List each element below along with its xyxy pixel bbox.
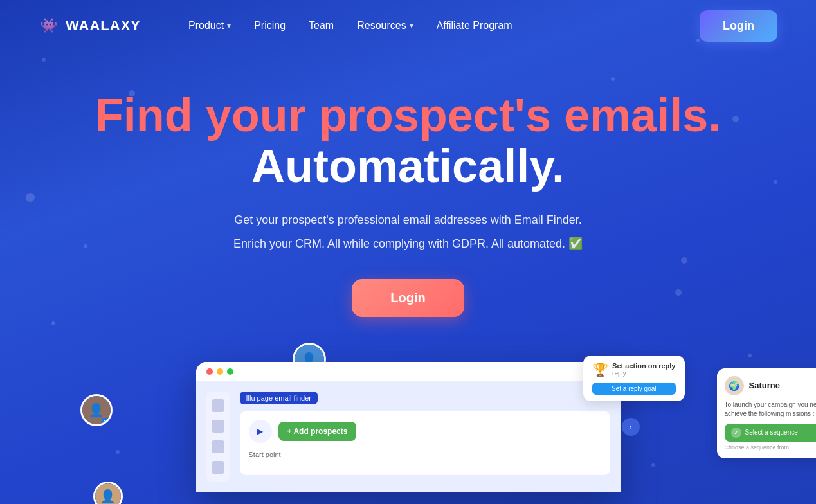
nav-team-label: Team	[309, 20, 334, 32]
logo-icon: 👾	[39, 15, 59, 36]
action-card-header: 🏆 Set action on reply reply	[592, 362, 675, 377]
nav-affiliate[interactable]: Affiliate Program	[428, 15, 521, 37]
action-card-subtext: reply	[612, 370, 675, 377]
app-illustration: 👤 👤 👤 🧔	[119, 362, 698, 492]
nav-pricing-label: Pricing	[254, 20, 286, 32]
action-card-title: Set action on reply	[612, 362, 675, 370]
bg-dot	[748, 354, 752, 357]
panel-text: To launch your campaign you need to achi…	[725, 401, 817, 419]
nav-team[interactable]: Team	[300, 15, 343, 37]
svg-rect-1	[104, 420, 111, 425]
window-close-dot	[206, 368, 213, 375]
window-minimize-dot	[217, 368, 223, 375]
window-titlebar	[196, 362, 621, 381]
nav-resources-label: Resources	[357, 20, 406, 32]
avatar-image: 👤	[95, 483, 121, 504]
nav-links: Product ▾ Pricing Team Resources ▾ Affil…	[179, 15, 700, 37]
action-card: 🏆 Set action on reply reply Set a reply …	[583, 356, 684, 401]
hero-section: Find your prospect's emails. Automatical…	[0, 51, 816, 343]
panel-name: Saturne	[749, 381, 780, 390]
hero-cta: Login	[13, 279, 803, 317]
brand-name: WAALAXY	[66, 17, 141, 34]
nav-pricing[interactable]: Pricing	[245, 15, 295, 37]
nav-resources[interactable]: Resources ▾	[348, 15, 422, 37]
start-point-label: Start point	[249, 451, 601, 458]
panel-avatar: 🌍	[725, 376, 744, 395]
navbar: 👾 WAALAXY Product ▾ Pricing Team Resourc…	[0, 0, 816, 51]
panel-select-label: Select a sequence	[745, 429, 798, 436]
sidebar-icon	[212, 420, 224, 433]
chevron-down-icon: ▾	[227, 21, 231, 30]
set-goal-button[interactable]: Set a reply goal	[592, 382, 675, 395]
window-sidebar	[206, 392, 230, 482]
panel-card: 🌍 Saturne To launch your campaign you ne…	[717, 368, 817, 458]
window-content: Illu page email finder ▶ + Add prospects…	[196, 381, 621, 492]
hero-title-colored: Find your prospect's emails.	[13, 90, 803, 141]
email-badge	[102, 418, 113, 426]
page-wrapper: 👾 WAALAXY Product ▾ Pricing Team Resourc…	[0, 0, 816, 504]
logo: 👾 WAALAXY	[39, 15, 141, 36]
illu-label: Illu page email finder	[240, 392, 318, 404]
nav-product[interactable]: Product ▾	[179, 15, 240, 37]
avatar-left: 👤	[80, 394, 113, 426]
campaign-area: ▶ + Add prospects Start point	[240, 411, 610, 475]
play-button[interactable]: ▶	[249, 420, 272, 443]
next-arrow-button[interactable]: ›	[622, 418, 640, 436]
login-button[interactable]: Login	[700, 10, 777, 42]
campaign-row: ▶ + Add prospects	[249, 420, 601, 443]
sidebar-icon	[212, 440, 224, 453]
avatar-bottom-left: 👤	[93, 482, 123, 504]
trophy-icon: 🏆	[592, 362, 608, 377]
window-main-content: Illu page email finder ▶ + Add prospects…	[240, 392, 610, 482]
panel-select-button[interactable]: ✓ Select a sequence	[725, 424, 817, 442]
app-window: Illu page email finder ▶ + Add prospects…	[196, 362, 621, 492]
sidebar-icon	[212, 399, 224, 412]
hero-title-white: Automatically.	[13, 141, 803, 192]
panel-subtext: Choose a sequence from	[725, 444, 817, 451]
panel-header: 🌍 Saturne	[725, 376, 817, 395]
hero-subtitle-2: Enrich your CRM. All while complying wit…	[13, 235, 803, 253]
nav-affiliate-label: Affiliate Program	[437, 20, 512, 32]
checkmark-icon: ✓	[731, 428, 741, 438]
nav-product-label: Product	[188, 20, 224, 32]
window-maximize-dot	[227, 368, 233, 375]
cta-login-button[interactable]: Login	[352, 279, 464, 317]
chevron-down-icon: ▾	[410, 21, 413, 30]
add-prospects-button[interactable]: + Add prospects	[278, 422, 357, 441]
hero-subtitle-1: Get your prospect's professional email a…	[13, 211, 803, 230]
sidebar-icon	[212, 461, 224, 474]
